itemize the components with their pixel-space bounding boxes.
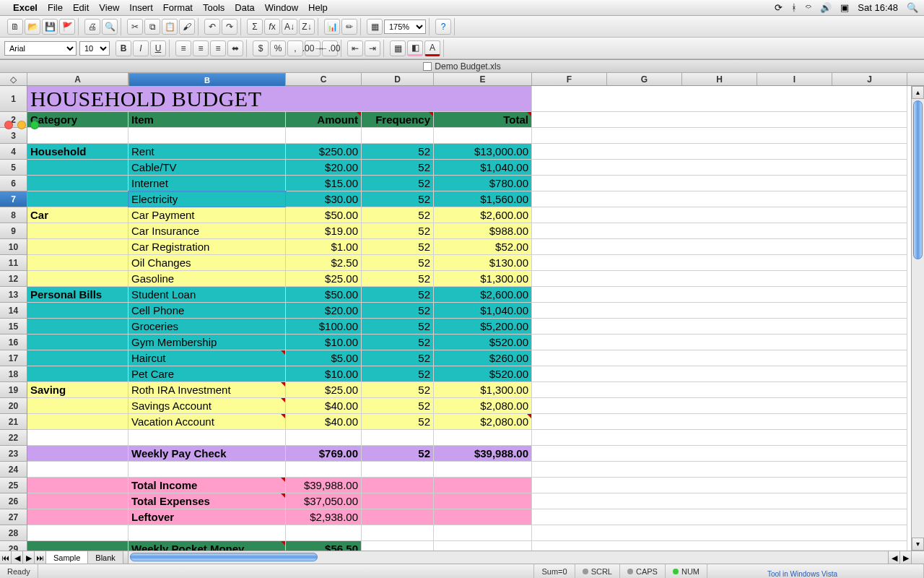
vertical-scrollbar[interactable]: ▴ ▾	[911, 86, 924, 551]
cell-amount[interactable]: $50.00	[286, 287, 362, 303]
cell-category[interactable]	[27, 414, 128, 430]
cell[interactable]	[532, 160, 907, 176]
cell-item[interactable]: Cell Phone	[128, 303, 286, 319]
italic-button[interactable]: I	[133, 40, 149, 56]
cell[interactable]	[532, 319, 907, 335]
vscroll-thumb[interactable]	[913, 100, 923, 259]
cell[interactable]	[532, 128, 907, 144]
cell[interactable]	[532, 255, 907, 271]
cell-amount[interactable]: $40.00	[286, 398, 362, 414]
cell-category[interactable]	[27, 191, 128, 207]
last-sheet-icon[interactable]: ⏭	[35, 551, 46, 564]
cell-item[interactable]: Internet	[128, 176, 286, 191]
cell[interactable]	[532, 382, 907, 398]
cell[interactable]	[532, 207, 907, 223]
cell[interactable]	[532, 239, 907, 255]
save-icon[interactable]: 💾	[42, 19, 58, 35]
cell-frequency[interactable]: 52	[362, 144, 434, 160]
cell[interactable]	[532, 303, 907, 319]
row-header[interactable]: 1	[0, 86, 27, 112]
row-header[interactable]: 6	[0, 176, 27, 191]
menu-tools[interactable]: Tools	[203, 2, 225, 13]
cell[interactable]	[532, 414, 907, 430]
cell-category[interactable]: Personal Bills	[27, 287, 128, 303]
cell[interactable]	[532, 191, 907, 207]
cell-amount[interactable]: $2.50	[286, 255, 362, 271]
cell[interactable]	[532, 271, 907, 287]
cell-item[interactable]: Car Registration	[128, 239, 286, 255]
cell-item[interactable]: Pet Care	[128, 366, 286, 382]
row-header[interactable]: 15	[0, 319, 27, 335]
next-sheet-icon[interactable]: ▶	[23, 551, 35, 564]
hscroll-thumb[interactable]	[130, 553, 318, 561]
pocket-label[interactable]: Weekly Pocket Money	[128, 541, 286, 551]
bluetooth-icon[interactable]: ᚼ	[791, 2, 797, 13]
cell-item[interactable]: Savings Account	[128, 398, 286, 414]
cell[interactable]	[27, 446, 128, 462]
decrease-decimal-icon[interactable]: ←.00	[322, 40, 338, 56]
cell[interactable]	[532, 430, 907, 446]
battery-icon[interactable]: ▣	[840, 2, 849, 13]
row-header[interactable]: 17	[0, 350, 27, 366]
row-header[interactable]: 22	[0, 430, 27, 446]
header-frequency[interactable]: Frequency	[362, 112, 434, 128]
cell[interactable]	[532, 478, 907, 493]
cell[interactable]	[286, 128, 362, 144]
cell-frequency[interactable]: 52	[362, 160, 434, 176]
cell[interactable]	[434, 478, 532, 493]
cell-frequency[interactable]: 52	[362, 176, 434, 191]
col-header-b[interactable]: B	[128, 73, 286, 87]
cell[interactable]	[128, 128, 286, 144]
undo-icon[interactable]: ↶	[204, 19, 220, 35]
cell-category[interactable]: Car	[27, 207, 128, 223]
sheet-tab-blank[interactable]: Blank	[88, 551, 123, 564]
menu-window[interactable]: Window	[265, 2, 298, 13]
cell[interactable]	[27, 462, 128, 478]
cell-amount[interactable]: $250.00	[286, 144, 362, 160]
cell-amount[interactable]: $30.00	[286, 191, 362, 207]
align-right-icon[interactable]: ≡	[210, 40, 226, 56]
cell-total[interactable]: $2,080.00	[434, 414, 532, 430]
cell-category[interactable]	[27, 398, 128, 414]
cell-item[interactable]: Oil Changes	[128, 255, 286, 271]
cell[interactable]	[362, 128, 434, 144]
cell-category[interactable]	[27, 176, 128, 191]
horizontal-scrollbar[interactable]: ◀ ▶	[128, 551, 924, 564]
cell-total[interactable]: $520.00	[434, 366, 532, 382]
row-header[interactable]: 16	[0, 335, 27, 350]
cell[interactable]	[532, 398, 907, 414]
cell-frequency[interactable]: 52	[362, 255, 434, 271]
autosum-icon[interactable]: Σ	[247, 19, 263, 35]
volume-icon[interactable]: 🔊	[820, 2, 832, 13]
cell[interactable]	[532, 541, 907, 551]
print-preview-icon[interactable]: 🔍	[102, 19, 118, 35]
show-formulas-icon[interactable]: ▦	[367, 19, 383, 35]
app-menu[interactable]: Excel	[13, 2, 38, 13]
row-header[interactable]: 18	[0, 366, 27, 382]
cell-total[interactable]: $52.00	[434, 239, 532, 255]
cell[interactable]	[362, 430, 434, 446]
paycheck-freq[interactable]: 52	[362, 446, 434, 462]
cell-category[interactable]	[27, 303, 128, 319]
header-total[interactable]: Total	[434, 112, 532, 128]
select-all-corner[interactable]: ◇	[0, 73, 27, 85]
row-header[interactable]: 13	[0, 287, 27, 303]
col-header-a[interactable]: A	[27, 73, 128, 85]
cell-total[interactable]: $988.00	[434, 223, 532, 239]
cell[interactable]	[434, 541, 532, 551]
total-value[interactable]: $2,938.00	[286, 509, 362, 525]
cell[interactable]	[532, 509, 907, 525]
cell[interactable]	[532, 86, 907, 112]
col-header-e[interactable]: E	[434, 73, 532, 85]
cell-item[interactable]: Gym Membership	[128, 335, 286, 350]
cell-category[interactable]	[27, 271, 128, 287]
scroll-up-icon[interactable]: ▴	[912, 86, 924, 99]
cell[interactable]	[362, 509, 434, 525]
cell[interactable]	[128, 462, 286, 478]
cell[interactable]	[27, 509, 128, 525]
comma-icon[interactable]: ,	[287, 40, 303, 56]
increase-indent-icon[interactable]: ⇥	[365, 40, 380, 56]
cell-category[interactable]: Saving	[27, 382, 128, 398]
cell-amount[interactable]: $40.00	[286, 414, 362, 430]
cell-category[interactable]: Household	[27, 144, 128, 160]
